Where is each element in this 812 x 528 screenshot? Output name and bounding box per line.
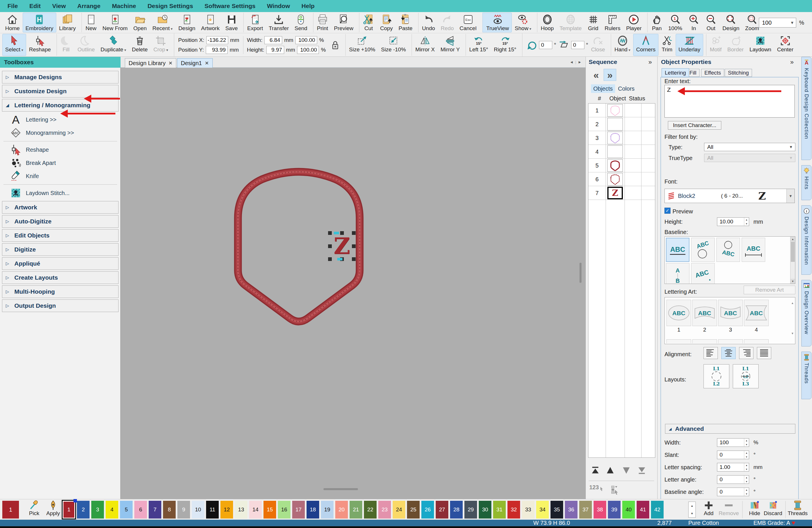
color-swatch[interactable]: 41	[637, 501, 649, 518]
toolbar-button[interactable]: New	[82, 13, 100, 32]
toolbar-button[interactable]: Transfer	[266, 13, 292, 32]
color-swatch[interactable]: 16	[278, 501, 290, 518]
selected-letter-object[interactable]: Z	[329, 232, 354, 260]
color-swatch[interactable]: 15	[263, 501, 276, 518]
toolbar-button[interactable]: Pan	[647, 13, 665, 32]
palette-action-button[interactable]: Threads	[788, 500, 807, 519]
toolbar-button[interactable]: Send	[292, 13, 310, 32]
scroll-up-icon[interactable]: ▲	[791, 237, 795, 241]
properties-expand-icon[interactable]: »	[790, 59, 794, 66]
color-swatch[interactable]: 24	[393, 501, 405, 518]
docked-panel-tab[interactable]: i Design Information	[801, 205, 811, 275]
tab-scroll-left-icon[interactable]: ◄	[570, 60, 574, 64]
sequence-tab-objects[interactable]: Objects	[591, 84, 615, 93]
lettering-art-option[interactable]: ABC 1	[666, 300, 691, 334]
lettering-art-thumbnail[interactable]: ABC	[666, 300, 691, 326]
move-down-button[interactable]	[620, 464, 633, 477]
toolbar-button[interactable]: ★ Artwork	[198, 13, 222, 32]
sequence-object-thumbnail[interactable]	[607, 159, 623, 172]
color-swatch[interactable]: 29	[464, 501, 477, 518]
color-swatch[interactable]: 6	[134, 501, 147, 518]
skew-angle-field[interactable]: 0	[571, 41, 584, 49]
toolbar-button[interactable]: Outline	[75, 34, 98, 56]
color-swatch[interactable]: 32	[507, 501, 520, 518]
sidebar-tool[interactable]: ABCMonogramming >>	[0, 126, 120, 139]
move-to-end-button[interactable]	[635, 464, 648, 477]
sidebar-category[interactable]: ▷Appliqué	[2, 257, 118, 270]
menu-item[interactable]: Machine	[112, 3, 136, 10]
toolbar-button[interactable]: Select	[2, 34, 26, 56]
sequence-row[interactable]: 6	[589, 172, 655, 186]
scroll-down-icon[interactable]: ▼	[791, 279, 795, 284]
baseline-option[interactable]: ABC	[742, 238, 765, 262]
toolbar-button[interactable]: Reshape	[26, 34, 54, 56]
width-percent-field[interactable]: 100.00	[295, 36, 317, 44]
toolbar-button[interactable]: Underlay	[676, 34, 703, 56]
toolbar-button[interactable]: Close	[588, 34, 608, 56]
advanced-row-spinner[interactable]: 1.00▲▼	[717, 463, 749, 471]
sequence-row[interactable]: 3	[589, 131, 655, 145]
sequence-expand-icon[interactable]: »	[648, 59, 652, 66]
tab-stitching[interactable]: Stitching	[725, 69, 752, 77]
toolbar-button[interactable]: Preview	[331, 13, 357, 32]
toolbar-button[interactable]: Out	[702, 13, 720, 32]
toolbar-button[interactable]: Template	[556, 13, 584, 32]
alignment-option[interactable]	[704, 347, 718, 359]
docked-panel-tab[interactable]: Hints	[801, 165, 811, 200]
color-swatch[interactable]: 14	[249, 501, 262, 518]
color-swatch[interactable]: 2	[77, 501, 89, 518]
resequence-by-number-button[interactable]: 123	[589, 484, 607, 497]
palette-scroll-spinner[interactable]: ▲▼	[688, 502, 696, 518]
toolbar-button[interactable]: In	[685, 13, 702, 32]
advanced-row-spinner[interactable]: 0▲▼	[717, 487, 749, 496]
scroll-down-icon[interactable]: ▼	[791, 332, 794, 335]
color-swatch[interactable]: 21	[350, 501, 362, 518]
close-icon[interactable]: ✕	[205, 60, 209, 66]
toolbar-button[interactable]: Mirror X	[411, 34, 438, 56]
baseline-option[interactable]: AB	[666, 263, 690, 284]
color-swatch[interactable]: 8	[163, 501, 176, 518]
letter-z-stitches[interactable]: Z	[332, 233, 352, 259]
sidebar-category[interactable]: ▷Digitize	[2, 243, 118, 256]
toolbar-button[interactable]: Copy	[377, 13, 395, 32]
chevron-down-icon[interactable]: ▼	[788, 20, 796, 25]
toolbar-button[interactable]: Border	[724, 34, 746, 56]
preview-checkbox[interactable]: ✓	[665, 208, 670, 214]
pick-color-button[interactable]: Pick	[25, 500, 44, 519]
document-tab[interactable]: Design Library ✕	[125, 58, 176, 68]
apply-color-button[interactable]: Apply	[44, 500, 62, 519]
toolbar-button[interactable]: Rulers	[602, 13, 623, 32]
menu-item[interactable]: Software Settings	[205, 3, 256, 10]
alignment-option[interactable]	[721, 347, 736, 359]
palette-action-button[interactable]: Hide	[745, 500, 764, 519]
sequence-back-button[interactable]: «	[590, 69, 603, 81]
toolbar-button[interactable]: Save	[222, 13, 241, 32]
toolbar-button[interactable]: Laydown	[746, 34, 774, 56]
toolbar-button[interactable]: Cut	[359, 13, 377, 32]
sequence-row[interactable]: 2	[589, 117, 655, 131]
color-swatch[interactable]: 17	[292, 501, 305, 518]
resequence-by-color-button[interactable]	[609, 484, 621, 497]
color-swatch[interactable]: 42	[651, 501, 664, 518]
selection-handle[interactable]	[328, 257, 332, 261]
sidebar-category[interactable]: ▷Create Layouts	[2, 271, 118, 284]
selection-handle[interactable]	[340, 231, 344, 235]
tab-scroll-arrows[interactable]: ◄|►	[570, 59, 585, 65]
selection-handle[interactable]	[328, 231, 332, 235]
move-to-start-button[interactable]	[589, 464, 602, 477]
sidebar-tool[interactable]: Knife	[0, 169, 120, 183]
toolbar-button[interactable]: Paste	[396, 13, 416, 32]
toolbar-button[interactable]: Mirror Y	[438, 34, 463, 56]
selection-handle[interactable]	[328, 244, 332, 248]
lettering-art-option[interactable]: ABC 3	[718, 300, 743, 334]
color-swatch[interactable]: 30	[479, 501, 491, 518]
sequence-tab-colors[interactable]: Colors	[616, 84, 637, 93]
tab-lettering[interactable]: Lettering	[662, 68, 689, 77]
design-canvas[interactable]: Z	[120, 68, 585, 499]
toolbar-button[interactable]: Home	[2, 13, 23, 32]
docked-panel-tab[interactable]: Design Overview	[801, 280, 811, 346]
lettering-art-thumbnail[interactable]: ABC	[744, 300, 769, 326]
height-field[interactable]: 9.97	[266, 46, 284, 54]
toolbar-button[interactable]: TrueView	[482, 13, 512, 32]
color-swatch[interactable]: 39	[608, 501, 621, 518]
